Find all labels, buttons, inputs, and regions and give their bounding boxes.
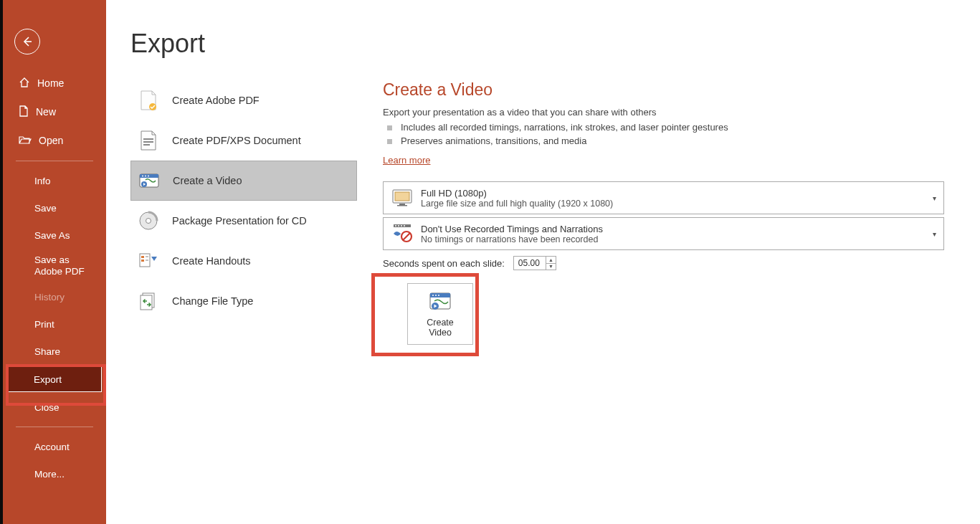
chevron-down-icon: ▾ xyxy=(933,230,936,238)
divider xyxy=(16,161,93,161)
sidebar-home[interactable]: Home xyxy=(3,69,106,97)
sidebar-close-label: Close xyxy=(34,402,60,413)
svg-point-37 xyxy=(404,225,405,227)
chevron-down-icon: ▾ xyxy=(933,194,936,202)
svg-rect-23 xyxy=(141,256,144,258)
option-package-cd[interactable]: Package Presentation for CD xyxy=(130,201,357,241)
pane-title: Create a Video xyxy=(383,80,944,100)
back-button[interactable] xyxy=(14,29,40,54)
svg-rect-31 xyxy=(399,204,405,205)
option-change-file-type[interactable]: Change File Type xyxy=(130,281,357,321)
dropdown-title: Full HD (1080p) xyxy=(421,188,613,199)
svg-point-21 xyxy=(146,219,151,224)
svg-point-16 xyxy=(142,176,143,177)
option-label: Create PDF/XPS Document xyxy=(172,135,301,146)
sidebar-more-label: More... xyxy=(34,469,65,480)
option-label: Create Adobe PDF xyxy=(172,95,260,106)
svg-rect-30 xyxy=(395,192,409,201)
sidebar-close[interactable]: Close xyxy=(3,394,106,421)
svg-point-34 xyxy=(395,225,396,227)
option-create-pdf-xps[interactable]: Create PDF/XPS Document xyxy=(130,120,357,161)
page-title: Export xyxy=(130,29,205,59)
sidebar-save-as-adobe-pdf-label: Save as Adobe PDF xyxy=(34,254,96,277)
sidebar-new[interactable]: New xyxy=(3,97,106,126)
sidebar-save-as[interactable]: Save As xyxy=(3,221,106,249)
no-timings-icon xyxy=(391,222,414,245)
main-content: Export Create Adobe PDF Create PDF/XPS D… xyxy=(106,0,980,524)
sidebar-open-label: Open xyxy=(39,135,63,146)
svg-point-36 xyxy=(401,225,402,227)
svg-rect-28 xyxy=(141,295,152,310)
divider xyxy=(16,427,93,427)
svg-point-17 xyxy=(145,176,146,177)
video-icon xyxy=(138,170,160,191)
svg-rect-12 xyxy=(143,141,153,143)
sidebar-save-as-adobe-pdf[interactable]: Save as Adobe PDF xyxy=(3,249,106,283)
option-label: Change File Type xyxy=(172,295,253,307)
change-file-type-icon xyxy=(138,290,159,312)
sidebar-share-label: Share xyxy=(34,346,60,357)
bullet-icon xyxy=(387,139,392,144)
seconds-label: Seconds spent on each slide: xyxy=(383,258,505,269)
sidebar-save-as-label: Save As xyxy=(34,230,70,241)
sidebar-save-label: Save xyxy=(34,203,57,214)
pdf-xps-icon xyxy=(138,130,159,151)
learn-more-link[interactable]: Learn more xyxy=(383,155,430,166)
video-quality-dropdown[interactable]: Full HD (1080p) Large file size and full… xyxy=(383,181,944,214)
dropdown-title: Don't Use Recorded Timings and Narration… xyxy=(421,224,603,234)
svg-point-18 xyxy=(148,176,149,177)
monitor-icon xyxy=(391,186,414,209)
adobe-pdf-icon xyxy=(138,90,159,111)
sidebar-new-label: New xyxy=(36,106,56,118)
backstage-sidebar: Home New Open Info Save Save As Save as … xyxy=(0,0,106,524)
dropdown-subtitle: No timings or narrations have been recor… xyxy=(421,234,603,244)
sidebar-export[interactable]: Export xyxy=(7,366,102,392)
sidebar-history: History xyxy=(3,283,106,310)
option-create-adobe-pdf[interactable]: Create Adobe PDF xyxy=(130,80,357,120)
seconds-spinner[interactable]: 05.00 ▲ ▼ xyxy=(513,256,556,270)
option-create-video[interactable]: Create a Video xyxy=(130,161,357,201)
svg-rect-24 xyxy=(141,259,144,262)
dropdown-subtitle: Large file size and full high quality (1… xyxy=(421,199,613,209)
sidebar-print-label: Print xyxy=(34,319,54,330)
svg-rect-32 xyxy=(397,205,407,206)
option-label: Create Handouts xyxy=(172,255,251,267)
sidebar-account[interactable]: Account xyxy=(3,433,106,460)
sidebar-home-label: Home xyxy=(37,77,64,89)
seconds-row: Seconds spent on each slide: 05.00 ▲ ▼ xyxy=(383,256,944,270)
option-label: Create a Video xyxy=(173,175,242,186)
spinner-down-icon[interactable]: ▼ xyxy=(546,264,556,270)
cd-icon xyxy=(138,210,159,232)
option-create-handouts[interactable]: Create Handouts xyxy=(130,241,357,281)
sidebar-save[interactable]: Save xyxy=(3,194,106,221)
sidebar-info[interactable]: Info xyxy=(3,167,106,194)
timings-dropdown[interactable]: Don't Use Recorded Timings and Narration… xyxy=(383,217,944,250)
sidebar-export-label: Export xyxy=(34,374,62,385)
spinner-up-icon[interactable]: ▲ xyxy=(546,257,556,264)
handouts-icon xyxy=(138,250,159,272)
create-video-button[interactable]: Create Video xyxy=(407,283,473,345)
create-video-pane: Create a Video Export your presentation … xyxy=(383,80,944,369)
svg-point-42 xyxy=(432,295,434,296)
sidebar-info-label: Info xyxy=(34,176,51,186)
folder-open-icon xyxy=(19,135,32,147)
svg-point-44 xyxy=(438,295,439,296)
bullet-text: Includes all recorded timings, narration… xyxy=(401,122,728,133)
document-icon xyxy=(19,105,29,119)
sidebar-open[interactable]: Open xyxy=(3,126,106,155)
option-label: Package Presentation for CD xyxy=(172,215,307,227)
sidebar-account-label: Account xyxy=(34,442,70,452)
sidebar-more[interactable]: More... xyxy=(3,460,106,487)
sidebar-print[interactable]: Print xyxy=(3,310,106,338)
export-options-list: Create Adobe PDF Create PDF/XPS Document… xyxy=(130,80,357,321)
svg-line-39 xyxy=(403,233,410,240)
bullet-icon xyxy=(387,125,392,130)
svg-rect-11 xyxy=(143,138,153,140)
seconds-value: 05.00 xyxy=(518,258,540,268)
svg-rect-13 xyxy=(143,144,150,146)
pane-subtitle: Export your presentation as a video that… xyxy=(383,107,944,118)
home-icon xyxy=(19,77,30,90)
create-video-label-1: Create xyxy=(427,318,454,328)
create-video-label-2: Video xyxy=(427,328,454,338)
sidebar-share[interactable]: Share xyxy=(3,338,106,365)
